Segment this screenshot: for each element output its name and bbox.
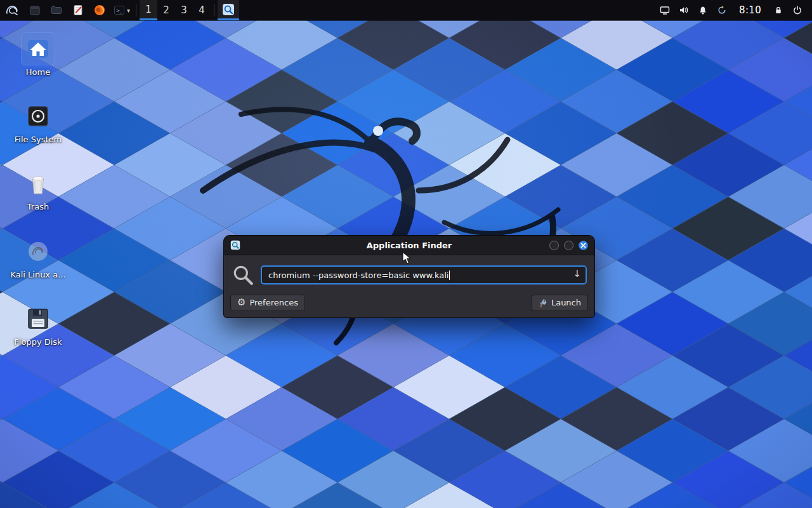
logout-power-button[interactable] — [788, 0, 807, 20]
command-text: chromium --password-store=basic www.kali — [268, 271, 449, 280]
file-manager-launcher[interactable] — [24, 0, 46, 20]
lock-icon — [773, 5, 783, 15]
updates-icon — [717, 5, 727, 15]
desktop-icon-label: Home — [26, 67, 50, 77]
desktop: >_ ▾ 1 2 3 4 — [0, 0, 812, 508]
updates-button[interactable] — [712, 0, 731, 20]
kali-faded-icon — [22, 236, 55, 267]
minimize-button[interactable] — [549, 241, 559, 250]
file-manager-icon — [29, 4, 41, 17]
panel-separator — [214, 4, 214, 17]
app-finder-window-icon — [230, 240, 240, 250]
display-icon — [660, 5, 670, 15]
text-caret — [449, 271, 450, 280]
firefox-launcher[interactable] — [89, 0, 110, 20]
window-buttons — [549, 241, 588, 250]
maximize-button[interactable] — [564, 241, 573, 250]
volume-icon — [679, 5, 689, 15]
trash-icon — [22, 168, 55, 199]
taskbar-application-finder-button[interactable] — [218, 0, 239, 20]
titlebar[interactable]: Application Finder — [224, 236, 594, 255]
terminal-glyph: >_ — [116, 8, 122, 13]
desktop-icon-trash[interactable]: Trash — [5, 168, 71, 211]
floppy-disk-icon — [22, 303, 55, 335]
command-input[interactable]: chromium --password-store=basic www.kali… — [261, 265, 587, 284]
panel-left-group: >_ ▾ 1 2 3 4 — [0, 0, 239, 20]
applications-menu-button[interactable] — [0, 0, 24, 20]
application-finder-window: Application Finder chromium --password-s… — [223, 235, 595, 318]
volume-button[interactable] — [674, 0, 693, 20]
home-icon — [22, 33, 55, 65]
bell-icon — [698, 5, 708, 15]
terminal-launcher[interactable]: >_ ▾ — [110, 0, 133, 20]
desktop-icon-home[interactable]: Home — [5, 33, 71, 77]
power-icon — [792, 5, 802, 15]
text-editor-launcher[interactable] — [67, 0, 89, 20]
folder-launcher[interactable] — [46, 0, 67, 20]
lock-screen-button[interactable] — [769, 0, 788, 20]
chevron-down-icon: ▾ — [127, 7, 130, 14]
folder-icon — [50, 4, 63, 17]
search-icon — [232, 264, 254, 286]
launch-icon — [539, 298, 547, 307]
workspace-4[interactable]: 4 — [193, 0, 211, 20]
finder-input-row: chromium --password-store=basic www.kali… — [224, 255, 594, 289]
terminal-icon: >_ — [113, 4, 126, 17]
gear-icon: ⚙ — [237, 298, 246, 307]
app-finder-icon — [222, 3, 235, 16]
desktop-icon-label: Floppy Disk — [14, 337, 62, 347]
top-panel: >_ ▾ 1 2 3 4 — [0, 0, 812, 20]
close-icon — [580, 243, 586, 248]
preferences-button[interactable]: ⚙ Preferences — [230, 295, 305, 311]
window-title: Application Finder — [224, 241, 594, 250]
file-system-icon — [22, 100, 55, 132]
history-dropdown-icon[interactable]: ↓ — [573, 269, 581, 279]
text-editor-icon — [72, 4, 84, 17]
notifications-button[interactable] — [693, 0, 712, 20]
dragon-eye-highlight — [373, 126, 383, 136]
kali-logo-icon — [5, 3, 19, 17]
clock[interactable]: 8:10 — [739, 4, 761, 16]
launch-label: Launch — [551, 298, 581, 308]
launch-button[interactable]: Launch — [532, 295, 588, 311]
firefox-icon — [93, 4, 106, 17]
desktop-icon-label: Trash — [27, 202, 49, 211]
panel-right-group: 8:10 — [655, 0, 812, 20]
finder-button-row: ⚙ Preferences Launch — [224, 289, 594, 318]
preferences-label: Preferences — [249, 298, 298, 308]
desktop-icon-label: Kali Linux a... — [10, 270, 65, 279]
workspace-3[interactable]: 3 — [175, 0, 193, 20]
workspace-2[interactable]: 2 — [157, 0, 175, 20]
close-button[interactable] — [579, 241, 588, 250]
desktop-icon-floppy-disk[interactable]: Floppy Disk — [5, 303, 71, 347]
workspace-1[interactable]: 1 — [140, 0, 157, 20]
workspace-switcher: 1 2 3 4 — [140, 0, 211, 20]
display-tray-icon[interactable] — [655, 0, 674, 20]
panel-separator — [136, 4, 136, 17]
desktop-icon-file-system[interactable]: File System — [5, 100, 71, 144]
desktop-icon-label: File System — [15, 135, 62, 144]
desktop-icon-kali-docs[interactable]: Kali Linux a... — [5, 236, 71, 279]
